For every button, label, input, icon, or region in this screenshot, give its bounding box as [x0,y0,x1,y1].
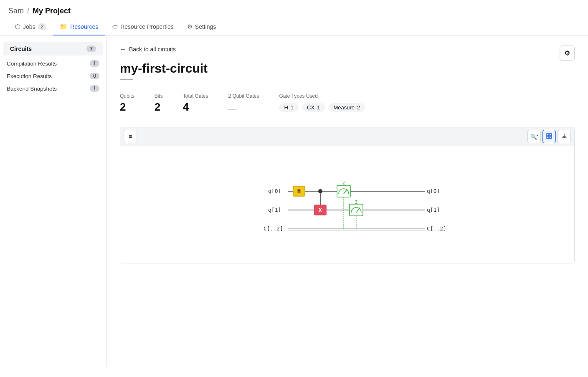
stat-qubits-label: Qubits [120,93,134,99]
gate-types-label: Gate Types Used [279,93,365,99]
sidebar-item-compilation-results[interactable]: Compilation Results 1 [0,57,106,70]
gate-types-used: Gate Types Used H 1 CX 1 Measure 2 [279,93,365,112]
stat-total-gates-value: 4 [183,101,208,114]
settings-icon: ⚙ [187,23,193,30]
folder-icon: 📁 [60,23,68,30]
svg-rect-3 [550,137,552,139]
sidebar-item-backend-snapshots[interactable]: Backend Snapshots 1 [0,82,106,95]
breadcrumb-project: My Project [33,7,71,15]
svg-rect-0 [547,134,549,136]
stat-qubits-value: 2 [120,101,134,114]
sidebar-item-execution-badge: 0 [90,73,99,79]
toolbar-left: ≡ [124,130,137,143]
h-gate-label: H [297,188,300,195]
zoom-out-button[interactable]: 🔍- [527,130,541,143]
toolbar-right: 🔍- [527,130,571,143]
tab-jobs-label: Jobs [23,23,35,30]
gate-tag-cx: CX 1 [302,103,325,112]
svg-rect-2 [547,137,549,139]
cube-icon: ⬡ [15,23,20,30]
zoom-fit-button[interactable] [542,130,556,143]
c-label-right: C[..2] [427,225,446,232]
menu-lines-icon: ≡ [129,133,132,140]
tab-jobs[interactable]: ⬡ Jobs 2 [8,19,53,35]
breadcrumb-user: Sam [8,7,24,15]
sidebar-item-backend-badge: 1 [90,85,99,92]
tab-resources-label: Resources [70,23,98,30]
zoom-out-icon: 🔍- [530,133,538,140]
circuit-toolbar: ≡ 🔍- [120,127,574,146]
content-area: ← Back to all circuits my-first-circuit … [106,35,588,367]
x-gate-label: X [318,207,322,213]
gate-h-count: 1 [291,104,294,111]
gate-measure-name: Measure [333,104,355,111]
q0-label-left: q[0] [268,188,281,194]
sidebar-section-circuits[interactable]: Circuits 7 [3,42,103,56]
tab-bar: ⬡ Jobs 2 📁 Resources 🏷 Resource Properti… [0,19,588,35]
q0-label-right: q[0] [427,188,440,194]
gate-cx-count: 1 [317,104,320,111]
back-link-text: Back to all circuits [129,46,176,53]
sidebar-item-execution-label: Execution Results [7,73,52,79]
tab-jobs-badge: 2 [38,23,47,30]
back-link[interactable]: ← Back to all circuits [120,46,575,53]
sidebar-item-backend-label: Backend Snapshots [7,86,57,92]
q1-label-right: q[1] [427,207,440,213]
gate-tag-measure: Measure 2 [328,103,365,112]
tab-resource-properties-label: Resource Properties [120,23,174,30]
stat-total-gates: Total Gates 4 [183,93,208,114]
stat-two-qubit-gates-label: 2 Qubit Gates [228,93,259,99]
sidebar-section-badge: 7 [86,46,96,52]
stat-two-qubit-gates: 2 Qubit Gates — [228,93,259,114]
zoom-fit-icon [546,133,552,140]
measure-q0-z-label: Z [342,181,345,186]
circuit-divider [120,79,133,80]
settings-gear-button[interactable]: ⚙ [560,46,575,61]
svg-rect-1 [550,134,552,136]
stat-qubits: Qubits 2 [120,93,134,114]
tab-settings[interactable]: ⚙ Settings [180,19,223,35]
gate-cx-name: CX [307,104,314,111]
q1-label-left: q[1] [268,207,281,213]
stats-row: Qubits 2 Bits 2 Total Gates 4 2 Qubit Ga… [120,93,575,114]
tag-icon: 🏷 [112,23,118,30]
stat-bits-value: 2 [155,101,163,114]
gear-icon: ⚙ [564,49,570,57]
cx-control-dot [318,189,322,193]
circuit-menu-button[interactable]: ≡ [124,130,137,143]
stat-two-qubit-gates-dash: — [228,104,259,114]
download-icon [561,133,567,140]
download-button[interactable] [558,130,571,143]
stat-bits: Bits 2 [155,93,163,114]
circuit-svg: q[0] q[1] C[..2] H [260,171,435,238]
gate-tag-h: H 1 [279,103,299,112]
sidebar-item-compilation-label: Compilation Results [7,61,57,67]
breadcrumb-sep: / [27,7,29,15]
stat-bits-label: Bits [155,93,163,99]
gate-h-name: H [284,104,288,111]
circuit-viewer: ≡ 🔍- [120,127,575,263]
sidebar: Circuits 7 Compilation Results 1 Executi… [0,35,106,367]
sidebar-section-label: Circuits [10,46,32,52]
sidebar-item-compilation-badge: 1 [90,60,99,67]
c-label-left: C[..2] [264,225,283,232]
measure-q1-z-label: Z [355,200,357,205]
gate-measure-count: 2 [357,104,360,111]
gate-tags: H 1 CX 1 Measure 2 [279,103,365,112]
main-layout: Circuits 7 Compilation Results 1 Executi… [0,35,588,367]
stat-total-gates-label: Total Gates [183,93,208,99]
circuit-title: my-first-circuit [120,61,575,76]
sidebar-item-execution-results[interactable]: Execution Results 0 [0,70,106,82]
tab-resources[interactable]: 📁 Resources [53,19,105,35]
back-arrow-icon: ← [120,46,127,53]
circuit-diagram: q[0] q[1] C[..2] H [120,146,574,263]
tab-settings-label: Settings [195,23,216,30]
breadcrumb: Sam / My Project [0,0,588,19]
tab-resource-properties[interactable]: 🏷 Resource Properties [105,19,180,35]
